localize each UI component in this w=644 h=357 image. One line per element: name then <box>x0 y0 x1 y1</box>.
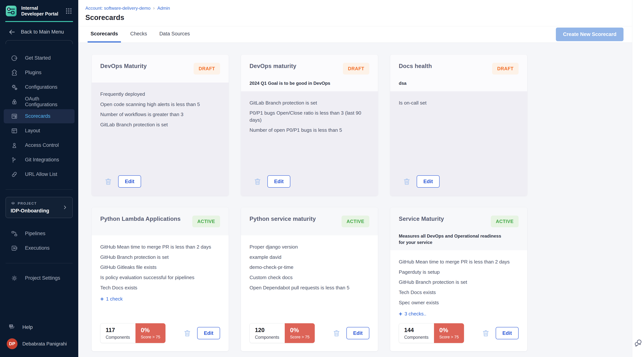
sidebar-nav-item[interactable]: Layout <box>4 124 74 138</box>
delete-scorecard-button[interactable] <box>183 329 192 338</box>
help-button[interactable]: ? Help <box>0 320 78 335</box>
card-body: GitHub Mean time to merge PR is less tha… <box>92 235 229 351</box>
project-selector[interactable]: PROJECT IDP-Onboarding <box>6 197 73 218</box>
more-checks-link[interactable]: + 3 checks.. <box>399 311 518 317</box>
check-item: Proper django version <box>250 244 369 250</box>
right-rail <box>632 0 644 357</box>
sidebar-nav-item[interactable]: OAuth Configurations <box>4 95 74 109</box>
card-actions: Edit <box>183 327 220 339</box>
delete-scorecard-button[interactable] <box>253 177 262 186</box>
status-badge: DRAFT <box>194 63 220 74</box>
card-title: DevOps Maturity <box>100 63 147 70</box>
back-to-main-menu[interactable]: Back to Main Menu <box>0 22 78 36</box>
edit-scorecard-button[interactable]: Edit <box>496 327 518 339</box>
back-label: Back to Main Menu <box>21 29 64 35</box>
card-body: Proper django version example david demo… <box>241 235 378 351</box>
svg-text:?: ? <box>10 324 12 327</box>
card-subtitle: Measures all DevOps and Operational read… <box>399 233 507 246</box>
nav-item-icon <box>11 69 18 76</box>
score-stat: 0% Score > 75 <box>434 323 464 343</box>
card-header: Docs health DRAFT dsa <box>390 54 527 91</box>
layers-icon <box>10 201 16 206</box>
sidebar-nav-item[interactable]: Configurations <box>4 80 74 94</box>
check-item: Pagerduty is setup <box>399 269 518 276</box>
score-value: 0% <box>290 327 310 334</box>
delete-scorecard-button[interactable] <box>104 177 112 186</box>
card-body: Frequently deployed Open code scanning h… <box>92 82 229 196</box>
sidebar-nav-item[interactable]: Scorecards <box>4 109 74 123</box>
card-footer: Edit <box>100 175 220 188</box>
delete-scorecard-button[interactable] <box>482 329 490 338</box>
components-label: Components <box>106 335 130 340</box>
tab[interactable]: Checks <box>127 26 150 42</box>
edit-scorecard-button[interactable]: Edit <box>197 327 220 339</box>
card-title-row: Service Maturity ACTIVE <box>399 216 518 227</box>
edit-scorecard-button[interactable]: Edit <box>346 327 369 339</box>
score-value: 0% <box>141 327 160 334</box>
status-badge: ACTIVE <box>342 216 369 227</box>
sidebar-nav-item[interactable]: Plugins <box>4 66 74 80</box>
edit-scorecard-button[interactable]: Edit <box>118 175 141 188</box>
nav-item-label: Get Started <box>25 55 51 61</box>
tab[interactable]: Scorecards <box>88 26 121 42</box>
nav-item-label: Git Integrations <box>25 157 59 163</box>
sidebar-nav-item[interactable]: Pipelines <box>4 226 74 241</box>
check-item: Number of open P0/P1 bugs is less than 5 <box>250 127 369 134</box>
stats-pill: 144 Components 0% Score > 75 <box>399 323 464 343</box>
card-subtitle: dsa <box>399 80 507 86</box>
app-switcher-grid-icon[interactable] <box>65 7 73 15</box>
card-header: Python service maturity ACTIVE <box>241 208 378 235</box>
check-item: Is on-call set <box>399 100 518 106</box>
nav-item-icon <box>11 142 18 149</box>
create-new-scorecard-button[interactable]: Create New Scorecard <box>556 28 624 41</box>
more-checks-link[interactable]: + 1 check <box>100 296 220 302</box>
breadcrumb-account-link[interactable]: Account: software-delivery-demo <box>85 6 150 11</box>
scorecard-card: Service Maturity ACTIVE Measures all Dev… <box>390 208 527 351</box>
tabbar: Scorecards Checks Data Sources Create Ne… <box>78 26 632 43</box>
card-actions: Edit <box>332 327 369 339</box>
sidebar-nav-item[interactable]: Get Started <box>4 51 74 65</box>
nav-item-icon <box>11 113 18 120</box>
nav-item-icon <box>11 98 18 105</box>
stats-pill: 120 Components 0% Score > 75 <box>250 323 315 343</box>
edit-scorecard-button[interactable]: Edit <box>417 175 440 188</box>
check-list: GitLab Branch protection is set P0/P1 bu… <box>250 100 369 137</box>
user-menu[interactable]: DP Debabrata Panigrahi <box>0 335 78 357</box>
check-item: example david <box>250 254 369 261</box>
tab-label: Data Sources <box>159 31 190 37</box>
card-body: GitHub Mean time to merge PR is less tha… <box>390 250 527 351</box>
breadcrumb-admin-link[interactable]: Admin <box>157 6 170 11</box>
components-stat: 117 Components <box>100 323 136 343</box>
tab[interactable]: Data Sources <box>156 26 193 42</box>
card-title: Python Lambda Applications <box>100 216 180 222</box>
card-footer: 144 Components 0% Score > 75 <box>399 323 518 343</box>
check-item: Open Dependabot pull requests is less th… <box>250 284 369 292</box>
main-area: Account: software-delivery-demo › Admin … <box>78 0 632 357</box>
check-item: GitHub Mean time to merge PR is less tha… <box>399 258 518 266</box>
sidebar-nav-item[interactable]: Access Control <box>4 138 74 152</box>
status-badge: DRAFT <box>492 63 518 74</box>
sidebar-nav-item[interactable]: URL Allow List <box>4 167 74 182</box>
card-title-row: DevOps Maturity DRAFT <box>100 63 220 74</box>
delete-scorecard-button[interactable] <box>332 329 341 338</box>
check-item: Is policy evaluation successful for pipe… <box>100 274 220 281</box>
trash-icon <box>104 177 112 186</box>
components-label: Components <box>404 335 428 340</box>
sidebar-nav-item[interactable]: Executions <box>4 241 74 255</box>
check-item: GitLab Branch protection is set <box>250 100 369 106</box>
trash-icon <box>482 329 490 338</box>
support-chat-icon[interactable] <box>634 338 643 347</box>
card-actions: Edit <box>402 175 440 188</box>
sidebar-nav-item[interactable]: Project Settings <box>4 271 74 285</box>
sidebar-divider <box>6 189 73 190</box>
plus-icon: + <box>399 311 402 317</box>
sidebar-nav-settings: Project Settings <box>0 271 78 286</box>
tab-label: Checks <box>130 31 147 37</box>
edit-scorecard-button[interactable]: Edit <box>268 175 290 188</box>
card-footer: 117 Components 0% Score > 75 <box>100 323 220 343</box>
delete-scorecard-button[interactable] <box>402 177 411 186</box>
sidebar: Internal Developer Portal Back to Main M… <box>0 0 78 357</box>
sidebar-nav-item[interactable]: Git Integrations <box>4 153 74 167</box>
nav-item-label: Pipelines <box>25 231 46 236</box>
card-actions: Edit <box>104 175 141 188</box>
